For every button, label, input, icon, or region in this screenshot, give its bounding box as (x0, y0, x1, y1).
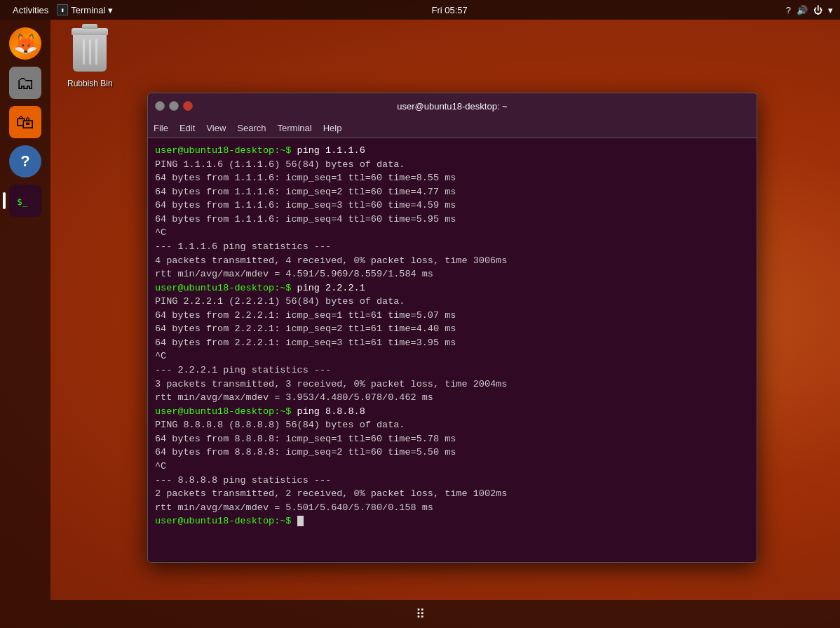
bin-body (73, 35, 107, 72)
help-system-icon[interactable]: ? (786, 5, 791, 15)
sidebar-item-terminal[interactable]: $_ (8, 184, 42, 218)
terminal-line: --- 1.1.1.6 ping statistics --- (155, 240, 750, 254)
menu-file[interactable]: File (154, 123, 168, 133)
command-text: ping 1.1.1.6 (297, 145, 365, 156)
sidebar-item-help[interactable]: ? (8, 145, 42, 178)
terminal-app-arrow: ▾ (108, 5, 113, 15)
topbar-left: Activities ▮ Terminal ▾ (7, 4, 113, 15)
volume-icon[interactable]: 🔊 (797, 5, 808, 15)
topbar-clock: Fri 05:57 (431, 5, 467, 15)
terminal-line: PING 2.2.2.1 (2.2.2.1) 56(84) bytes of d… (155, 295, 750, 309)
terminal-line: rtt min/avg/max/mdev = 4.591/5.969/8.559… (155, 267, 750, 281)
terminal-line: ^C (155, 226, 750, 240)
prompt-text: user@ubuntu18-desktop:~$ (155, 406, 297, 417)
terminal-line: user@ubuntu18-desktop:~$ ping 1.1.1.6 (155, 144, 750, 158)
terminal-line: 64 bytes from 8.8.8.8: icmp_seq=1 ttl=60… (155, 432, 750, 446)
sidebar-item-files[interactable]: 🗂 (8, 66, 42, 100)
prompt-text: user@ubuntu18-desktop:~$ (155, 516, 297, 526)
terminal-app-menu[interactable]: ▮ Terminal ▾ (57, 4, 113, 15)
firefox-icon (9, 27, 41, 60)
rubbish-bin-icon (69, 28, 111, 76)
terminal-line: 64 bytes from 1.1.1.6: icmp_seq=1 ttl=60… (155, 171, 750, 185)
terminal-line: ^C (155, 349, 750, 363)
terminal-line: user@ubuntu18-desktop:~$ (155, 514, 750, 528)
terminal-line: --- 8.8.8.8 ping statistics --- (155, 474, 750, 488)
terminal-line: ^C (155, 460, 750, 474)
rubbish-bin-label: Rubbish Bin (67, 79, 113, 88)
terminal-line: 64 bytes from 8.8.8.8: icmp_seq=2 ttl=60… (155, 446, 750, 460)
close-button[interactable] (183, 101, 193, 111)
menu-view[interactable]: View (206, 123, 226, 133)
terminal-titlebar: user@ubuntu18-desktop: ~ (148, 93, 757, 119)
terminal-line: 3 packets transmitted, 3 received, 0% pa… (155, 378, 750, 392)
terminal-line: 4 packets transmitted, 4 received, 0% pa… (155, 254, 750, 268)
minimize-button[interactable] (155, 101, 165, 111)
terminal-line: 64 bytes from 2.2.2.1: icmp_seq=1 ttl=61… (155, 309, 750, 323)
power-icon[interactable]: ⏻ (813, 5, 822, 15)
menu-help[interactable]: Help (323, 123, 342, 133)
prompt-text: user@ubuntu18-desktop:~$ (155, 145, 297, 156)
terminal-window: user@ubuntu18-desktop: ~ File Edit View … (147, 93, 757, 563)
terminal-line: PING 8.8.8.8 (8.8.8.8) 56(84) bytes of d… (155, 418, 750, 432)
terminal-line: 2 packets transmitted, 2 received, 0% pa… (155, 487, 750, 501)
terminal-line: 64 bytes from 1.1.1.6: icmp_seq=4 ttl=60… (155, 213, 750, 227)
menu-edit[interactable]: Edit (179, 123, 195, 133)
activities-button[interactable]: Activities (7, 5, 54, 15)
topbar-right: ? 🔊 ⏻ ▾ (786, 5, 833, 15)
terminal-line: 64 bytes from 1.1.1.6: icmp_seq=3 ttl=60… (155, 199, 750, 213)
menu-search[interactable]: Search (237, 123, 266, 133)
sidebar-item-appstore[interactable]: 🛍 (8, 105, 42, 139)
appstore-icon: 🛍 (9, 106, 41, 138)
sidebar-item-firefox[interactable] (8, 27, 42, 60)
app-grid-icon[interactable]: ⠿ (416, 606, 425, 622)
svg-text:$_: $_ (17, 196, 28, 207)
bin-lid (72, 28, 108, 35)
terminal-window-title: user@ubuntu18-desktop: ~ (397, 101, 507, 112)
window-controls (155, 101, 193, 111)
files-icon: 🗂 (9, 67, 41, 99)
menu-terminal[interactable]: Terminal (278, 123, 312, 133)
terminal-line: 64 bytes from 2.2.2.1: icmp_seq=2 ttl=61… (155, 322, 750, 336)
terminal-dock-icon: $_ (9, 185, 41, 217)
terminal-line: user@ubuntu18-desktop:~$ ping 2.2.2.1 (155, 281, 750, 295)
terminal-app-label: Terminal (71, 5, 105, 15)
terminal-line: PING 1.1.1.6 (1.1.1.6) 56(84) bytes of d… (155, 158, 750, 172)
rubbish-bin[interactable]: Rubbish Bin (67, 28, 113, 88)
terminal-line: --- 2.2.2.1 ping statistics --- (155, 363, 750, 378)
terminal-cursor (297, 516, 304, 526)
prompt-text: user@ubuntu18-desktop:~$ (155, 283, 297, 293)
desktop: Activities ▮ Terminal ▾ Fri 05:57 ? 🔊 ⏻ … (0, 0, 840, 628)
terminal-line: rtt min/avg/max/mdev = 5.501/5.640/5.780… (155, 501, 750, 515)
terminal-body[interactable]: user@ubuntu18-desktop:~$ ping 1.1.1.6PIN… (148, 138, 757, 562)
topbar: Activities ▮ Terminal ▾ Fri 05:57 ? 🔊 ⏻ … (0, 0, 840, 20)
maximize-button[interactable] (169, 101, 179, 111)
terminal-line: 64 bytes from 1.1.1.6: icmp_seq=2 ttl=60… (155, 185, 750, 199)
terminal-menubar: File Edit View Search Terminal Help (148, 119, 757, 138)
terminal-line: 64 bytes from 2.2.2.1: icmp_seq=3 ttl=61… (155, 336, 750, 350)
terminal-line: user@ubuntu18-desktop:~$ ping 8.8.8.8 (155, 405, 750, 419)
help-icon: ? (9, 145, 41, 178)
terminal-app-icon: ▮ (57, 4, 68, 15)
command-text: ping 8.8.8.8 (297, 406, 365, 417)
command-text: ping 2.2.2.1 (297, 283, 365, 293)
terminal-line: rtt min/avg/max/mdev = 3.953/4.480/5.078… (155, 391, 750, 405)
power-arrow-icon[interactable]: ▾ (828, 5, 833, 15)
bottombar: ⠿ (0, 600, 840, 628)
sidebar: 🗂 🛍 ? $_ (0, 20, 50, 600)
